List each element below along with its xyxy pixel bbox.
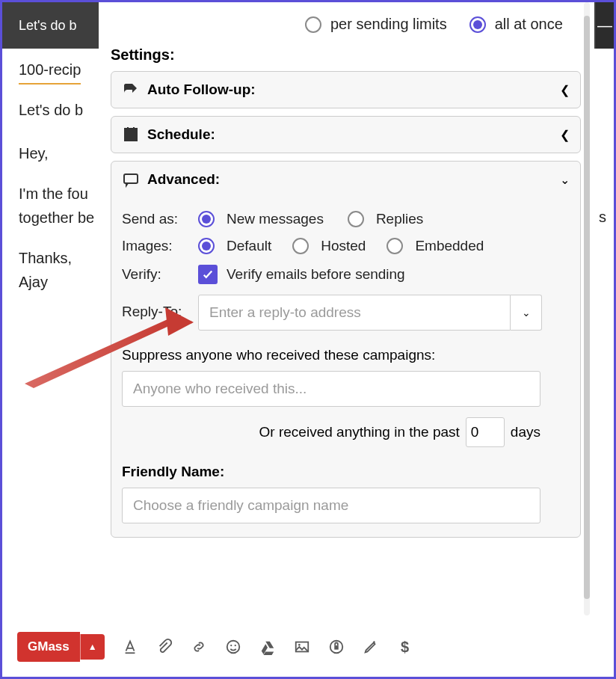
auto-followup-section[interactable]: Auto Follow-up: ❮ bbox=[111, 71, 581, 108]
svg-rect-13 bbox=[334, 645, 339, 650]
images-default-label: Default bbox=[227, 238, 271, 254]
chevron-down-icon: ⌄ bbox=[522, 307, 531, 319]
days-input[interactable] bbox=[466, 417, 505, 447]
images-hosted-label: Hosted bbox=[321, 238, 366, 254]
gmass-settings-panel: per sending limits all at once Settings:… bbox=[99, 2, 594, 623]
friendly-name-label: Friendly Name: bbox=[122, 464, 570, 480]
images-hosted-radio[interactable] bbox=[292, 238, 309, 254]
days-prefix: Or received anything in the past bbox=[259, 424, 460, 440]
dollar-icon[interactable]: $ bbox=[396, 638, 414, 656]
chat-icon bbox=[122, 170, 140, 188]
verify-label: Verify: bbox=[122, 266, 189, 283]
chevron-left-icon: ❮ bbox=[560, 128, 570, 142]
settings-heading: Settings: bbox=[111, 46, 581, 64]
body-fragment: s bbox=[599, 209, 606, 226]
verify-text: Verify emails before sending bbox=[227, 266, 405, 283]
svg-point-8 bbox=[230, 645, 232, 646]
suppress-label: Suppress anyone who received these campa… bbox=[122, 347, 570, 363]
svg-point-7 bbox=[227, 641, 239, 654]
svg-rect-3 bbox=[124, 174, 138, 183]
advanced-section: Advanced: ⌄ Send as: New messages Replie… bbox=[111, 161, 581, 538]
all-at-once-radio[interactable] bbox=[469, 16, 486, 33]
images-default-radio[interactable] bbox=[198, 238, 215, 254]
link-icon[interactable] bbox=[190, 638, 208, 656]
images-label: Images: bbox=[122, 238, 189, 254]
minimize-icon[interactable]: — bbox=[596, 2, 614, 49]
svg-point-9 bbox=[234, 645, 235, 646]
chevron-left-icon: ❮ bbox=[560, 83, 570, 97]
advanced-label: Advanced: bbox=[147, 171, 220, 188]
calendar-icon bbox=[122, 126, 140, 144]
friendly-name-input[interactable]: Choose a friendly campaign name bbox=[122, 488, 540, 523]
image-icon[interactable] bbox=[293, 638, 311, 656]
replyto-input[interactable]: Enter a reply-to address bbox=[198, 295, 511, 331]
drive-icon[interactable] bbox=[259, 638, 277, 656]
share-icon bbox=[122, 81, 140, 99]
suppress-input[interactable]: Anyone who received this... bbox=[122, 371, 540, 407]
sendas-replies-radio[interactable] bbox=[348, 211, 364, 227]
all-at-once-label: all at once bbox=[495, 16, 563, 33]
verify-checkbox[interactable] bbox=[198, 265, 218, 284]
scrollbar-thumb[interactable] bbox=[584, 16, 590, 599]
body-line: I'm the fou bbox=[19, 185, 88, 202]
sendas-replies-label: Replies bbox=[376, 211, 423, 227]
emoji-icon[interactable] bbox=[224, 638, 242, 656]
per-sending-limits-radio[interactable] bbox=[305, 16, 321, 33]
images-embedded-radio[interactable] bbox=[386, 238, 403, 254]
gmass-dropdown-arrow[interactable]: ▲ bbox=[80, 634, 105, 660]
sendas-new-radio[interactable] bbox=[198, 211, 215, 227]
replyto-label: Reply-To: bbox=[122, 295, 189, 331]
body-signoff: Thanks, bbox=[19, 250, 72, 266]
auto-followup-label: Auto Follow-up: bbox=[147, 82, 256, 98]
images-embedded-label: Embedded bbox=[415, 238, 484, 254]
compose-toolbar: GMass ▲ $ bbox=[17, 632, 414, 662]
gmass-button[interactable]: GMass bbox=[17, 632, 80, 662]
format-text-icon[interactable] bbox=[121, 638, 139, 656]
gmass-label: GMass bbox=[28, 639, 70, 654]
replyto-dropdown[interactable]: ⌄ bbox=[511, 295, 542, 331]
attach-icon[interactable] bbox=[155, 638, 173, 656]
svg-rect-2 bbox=[126, 134, 129, 136]
recipient-chip[interactable]: 100-recip bbox=[19, 58, 81, 85]
advanced-header[interactable]: Advanced: ⌄ bbox=[111, 162, 580, 197]
body-line: together be bbox=[19, 209, 94, 226]
sendas-label: Send as: bbox=[122, 211, 189, 227]
body-name: Ajay bbox=[19, 274, 48, 290]
schedule-label: Schedule: bbox=[147, 126, 215, 143]
per-sending-limits-label: per sending limits bbox=[330, 16, 447, 33]
sendas-new-label: New messages bbox=[227, 211, 324, 227]
schedule-section[interactable]: Schedule: ❮ bbox=[111, 116, 581, 153]
svg-point-11 bbox=[298, 644, 301, 646]
compose-title: Let's do b bbox=[19, 18, 77, 34]
days-suffix: days bbox=[511, 424, 540, 440]
chevron-down-icon: ⌄ bbox=[560, 173, 570, 187]
pen-icon[interactable] bbox=[362, 638, 380, 656]
confidential-icon[interactable] bbox=[327, 638, 345, 656]
